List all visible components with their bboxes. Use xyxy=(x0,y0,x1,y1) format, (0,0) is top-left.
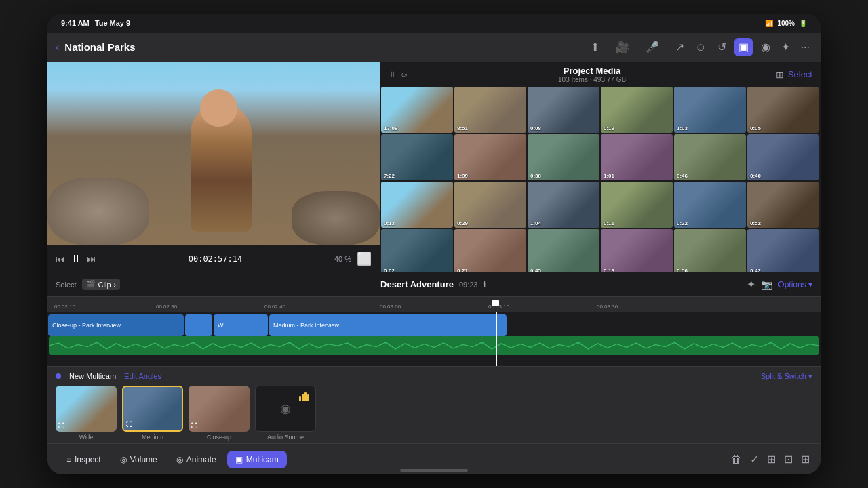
media-thumb-11[interactable]: 0:40 xyxy=(747,134,819,180)
grid-view-icon[interactable]: ⊞ xyxy=(776,69,784,80)
preview-video xyxy=(47,62,380,245)
clip-icon: 🎬 xyxy=(86,280,96,289)
timeline-section: Select 🎬 Clip › Desert Adventure 09:23 ℹ… xyxy=(47,272,821,366)
media-thumb-23[interactable]: 0:42 xyxy=(747,229,819,272)
timeline-info-icon[interactable]: ℹ xyxy=(483,280,486,289)
options-button[interactable]: Options ▾ xyxy=(778,280,812,289)
ruler-mark-0: 00:02:15 xyxy=(54,304,75,310)
voiceover-icon[interactable]: 🎤 xyxy=(643,38,662,56)
export-icon[interactable]: ⬆ xyxy=(588,38,602,56)
media-thumb-15[interactable]: 0:11 xyxy=(601,182,673,228)
media-thumb-7[interactable]: 1:09 xyxy=(454,134,526,180)
status-bar: 9:41 AM Tue May 9 📶 100% 🔋 xyxy=(47,14,821,33)
media-thumb-13[interactable]: 0:29 xyxy=(454,182,526,228)
confirm-icon[interactable]: ✓ xyxy=(750,453,759,466)
battery-icon: 🔋 xyxy=(799,20,807,27)
media-thumb-18[interactable]: 0:02 xyxy=(381,229,453,272)
date-display: Tue May 9 xyxy=(95,19,130,27)
clip-w[interactable]: W xyxy=(214,314,268,336)
back-button[interactable]: ‹ xyxy=(56,41,59,54)
color-icon[interactable]: ✦ xyxy=(778,38,793,56)
multicam-icon[interactable]: ✦ xyxy=(747,278,755,291)
share-icon[interactable]: ↗ xyxy=(673,38,687,56)
more-icon[interactable]: ··· xyxy=(798,39,812,56)
split-switch-button[interactable]: Split & Switch ▾ xyxy=(761,372,812,381)
multicam-dot xyxy=(56,373,61,379)
media-thumb-3[interactable]: 0:19 xyxy=(601,87,673,133)
status-right: 📶 100% 🔋 xyxy=(765,20,807,27)
media-thumb-14[interactable]: 1:04 xyxy=(528,182,599,228)
pause-icon[interactable]: ⏸ xyxy=(388,70,396,79)
mc-label-audio: Audio Source xyxy=(267,434,304,441)
split-icon[interactable]: ⊞ xyxy=(767,453,776,466)
mc-icon-closeup: ⛶ xyxy=(191,422,197,429)
ruler-mark-5: 00:03:30 xyxy=(597,304,618,310)
media-thumb-6[interactable]: 7:22 xyxy=(381,134,453,180)
audio-track xyxy=(49,336,819,355)
display-options-icon[interactable]: ⬜ xyxy=(357,251,372,266)
new-multicam-label: New Multicam xyxy=(69,372,116,380)
fast-forward-button[interactable]: ⏭ xyxy=(87,253,96,264)
mc-thumb-audio[interactable]: ◉ xyxy=(255,386,316,432)
media-header-right: ⊞ Select xyxy=(776,69,812,80)
clip-medium[interactable]: Medium - Park Interview xyxy=(269,314,507,336)
camera-icon[interactable]: 🎥 xyxy=(613,38,632,56)
mc-thumb-medium[interactable]: ⛶ xyxy=(122,386,183,432)
emoji-icon[interactable]: ☺ xyxy=(692,39,709,56)
media-thumb-21[interactable]: 0:18 xyxy=(601,229,673,272)
audio-circle-icon: ◉ xyxy=(280,401,291,416)
animate-button[interactable]: ◎ Animate xyxy=(168,451,224,468)
media-thumb-1[interactable]: 8:51 xyxy=(454,87,526,133)
select-button[interactable]: Select xyxy=(788,69,812,79)
media-thumb-19[interactable]: 0:21 xyxy=(454,229,526,272)
status-left: 9:41 AM Tue May 9 xyxy=(61,19,130,27)
media-thumb-17[interactable]: 0:52 xyxy=(747,182,819,228)
media-browser-title: Project Media xyxy=(558,66,626,76)
multicam-btn-label: Multicam xyxy=(246,455,279,464)
mc-label-medium: Medium xyxy=(142,434,163,441)
media-thumb-4[interactable]: 1:03 xyxy=(674,87,746,133)
clip-short[interactable] xyxy=(185,314,212,336)
svg-rect-1 xyxy=(302,394,304,401)
pause-button[interactable]: ⏸ xyxy=(71,253,81,265)
multicam-clip-audio: ◉ Audio Source xyxy=(255,386,316,441)
media-thumb-22[interactable]: 0:56 xyxy=(674,229,746,272)
bottom-right-tools: 🗑 ✓ ⊞ ⊡ ⊞ xyxy=(731,453,810,466)
clip-closeup[interactable]: Close-up - Park Interview xyxy=(48,314,184,336)
rewind-button[interactable]: ⏮ xyxy=(56,253,65,264)
mc-thumb-closeup[interactable]: ⛶ xyxy=(189,386,250,432)
media-browser-icon[interactable]: ▣ xyxy=(734,38,753,56)
animate-label: Animate xyxy=(186,455,216,464)
ruler-mark-2: 00:02:45 xyxy=(264,304,285,310)
ruler-mark-1: 00:02:30 xyxy=(156,304,177,310)
undo-icon[interactable]: ↺ xyxy=(715,38,729,56)
timeline-camera-icon[interactable]: 📷 xyxy=(761,279,772,290)
media-thumb-9[interactable]: 1:01 xyxy=(601,134,673,180)
media-thumb-0[interactable]: 17:08 xyxy=(381,87,453,133)
trim-left-icon[interactable]: ⊡ xyxy=(784,453,793,466)
media-thumb-8[interactable]: 0:38 xyxy=(528,134,599,180)
media-thumb-16[interactable]: 0:22 xyxy=(674,182,746,228)
media-thumb-5[interactable]: 0:05 xyxy=(747,87,819,133)
media-browser-subtitle: 103 Items · 493.77 GB xyxy=(558,76,626,83)
volume-display: 40 % xyxy=(334,255,351,263)
svg-rect-3 xyxy=(307,394,309,401)
media-thumb-20[interactable]: 0:45 xyxy=(528,229,599,272)
audio-bars-icon xyxy=(299,392,310,404)
mc-icon-wide: ⛶ xyxy=(58,422,64,429)
volume-button[interactable]: ◎ Volume xyxy=(112,451,165,468)
media-thumb-10[interactable]: 0:46 xyxy=(674,134,746,180)
mc-thumb-wide[interactable]: ⛶ xyxy=(56,386,117,432)
edit-angles-button[interactable]: Edit Angles xyxy=(124,372,161,380)
animate-icon: ◎ xyxy=(176,455,183,464)
media-thumb-12[interactable]: 0:13 xyxy=(381,182,453,228)
trim-right-icon[interactable]: ⊞ xyxy=(801,453,810,466)
multicam-clips: ⛶ Wide ⛶ Medium ⛶ Close-up xyxy=(47,386,821,443)
effects-icon[interactable]: ◉ xyxy=(758,38,773,56)
smiley-icon[interactable]: ☺ xyxy=(400,70,408,79)
delete-icon[interactable]: 🗑 xyxy=(731,453,742,466)
media-thumb-2[interactable]: 0:08 xyxy=(528,87,599,133)
multicam-header: New Multicam Edit Angles Split & Switch … xyxy=(47,367,821,386)
multicam-button[interactable]: ▣ Multicam xyxy=(227,451,287,468)
inspect-button[interactable]: ≡ Inspect xyxy=(58,451,109,468)
